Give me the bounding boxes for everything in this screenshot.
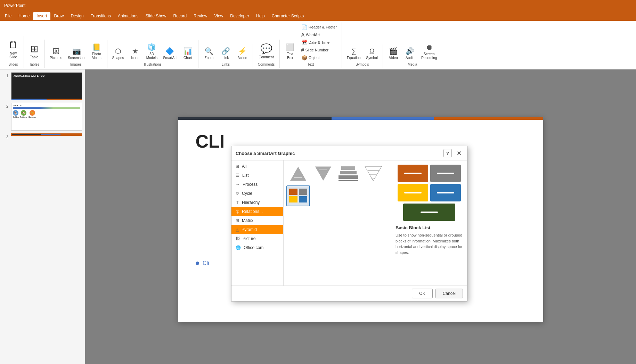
svg-rect-7 <box>340 171 357 174</box>
slide-preview-1[interactable]: ANIMALS HAS A LIFE TOO <box>11 72 82 100</box>
category-pyramid-icon: △ <box>236 227 239 232</box>
preview-line-4 <box>437 192 454 193</box>
category-list-icon: ☰ <box>236 173 239 178</box>
preview-block-green <box>403 204 455 221</box>
date-time-button[interactable]: 📅 Date & Time <box>299 39 339 46</box>
category-matrix[interactable]: ⊞ Matrix <box>231 216 283 225</box>
slide-click-text: Cli <box>203 260 209 266</box>
menu-transitions[interactable]: Transitions <box>87 12 114 20</box>
menu-record[interactable]: Record <box>170 12 190 20</box>
photo-album-button[interactable]: 📒 PhotoAlbum <box>89 42 104 61</box>
zoom-button[interactable]: 🔍 Zoom <box>201 46 217 61</box>
category-list-label: List <box>242 173 249 178</box>
menu-character-scripts[interactable]: Character Scripts <box>268 12 308 20</box>
dialog-ok-button[interactable]: OK <box>412 289 432 298</box>
screenshot-button[interactable]: 📷 Screenshot <box>66 46 88 61</box>
icons-button[interactable]: ★ Icons <box>128 46 143 61</box>
slide-top-bar <box>178 117 543 120</box>
menu-review[interactable]: Review <box>190 12 211 20</box>
pyramid-down-svg <box>313 165 333 182</box>
category-officecom[interactable]: 🌐 Office.com <box>231 243 283 252</box>
category-all[interactable]: ⊞ All <box>231 162 283 171</box>
new-slide-icon: 🗒 <box>8 39 18 51</box>
audio-button[interactable]: 🔊 Audio <box>402 46 418 61</box>
category-process-icon: → <box>236 182 240 187</box>
comment-button[interactable]: 💬 Comment <box>256 41 276 61</box>
slide-preview-3[interactable] <box>11 133 82 136</box>
category-picture[interactable]: 🖼 Picture <box>231 234 283 243</box>
category-relations[interactable]: ◎ Relations... <box>231 207 283 216</box>
ribbon-group-links: 🔍 Zoom 🔗 Link ⚡ Action Links <box>198 44 253 68</box>
slide-thumb-1[interactable]: 1 ANIMALS HAS A LIFE TOO <box>3 72 82 100</box>
category-hierarchy-icon: ⊤ <box>236 200 239 205</box>
equation-button[interactable]: ∑ Equation <box>345 46 362 61</box>
pictures-button[interactable]: 🖼 Pictures <box>48 46 64 61</box>
dialog-title-bar: Choose a SmartArt Graphic ? ✕ <box>231 146 467 160</box>
header-footer-icon: 📄 <box>301 24 307 30</box>
slide-number-button[interactable]: # Slide Number <box>299 47 339 53</box>
menu-slideshow[interactable]: Slide Show <box>142 12 170 20</box>
category-process[interactable]: → Process <box>231 180 283 189</box>
comment-icon: 💬 <box>260 43 272 55</box>
ribbon-group-illustrations: ⬡ Shapes ★ Icons 🧊 3DModels 🔷 SmartArt 📊… <box>107 40 199 68</box>
link-button[interactable]: 🔗 Link <box>218 46 233 61</box>
svg-rect-17 <box>299 196 307 202</box>
graphic-basic-block-list[interactable] <box>286 185 310 206</box>
graphic-pyramid-down[interactable] <box>311 163 335 184</box>
textbox-button[interactable]: ⬜ TextBox <box>283 42 298 61</box>
dialog-help-button[interactable]: ? <box>443 149 452 157</box>
svg-rect-9 <box>339 180 358 181</box>
menu-developer[interactable]: Developer <box>227 12 253 20</box>
category-matrix-icon: ⊞ <box>236 218 239 223</box>
graphic-inverted-stacked[interactable] <box>361 163 385 184</box>
menu-draw[interactable]: Draw <box>50 12 67 20</box>
menu-design[interactable]: Design <box>67 12 87 20</box>
ribbon-group-links-label: Links <box>222 63 230 66</box>
category-all-label: All <box>242 164 246 169</box>
category-pyramid[interactable]: △ Pyramid <box>231 225 283 234</box>
object-icon: 📦 <box>301 55 307 60</box>
smartart-button[interactable]: 🔷 SmartArt <box>161 46 179 61</box>
preview-block-blue <box>430 184 461 201</box>
category-officecom-label: Office.com <box>244 245 263 250</box>
dialog-close-button[interactable]: ✕ <box>455 149 463 157</box>
header-footer-button[interactable]: 📄 Header & Footer <box>299 24 339 31</box>
ribbon-group-comments: 💬 Comment Comments <box>253 40 279 68</box>
wordart-button[interactable]: A WordArt <box>299 31 339 38</box>
slide-main-title[interactable]: CLI <box>196 131 225 152</box>
3d-models-button[interactable]: 🧊 3DModels <box>144 42 160 61</box>
chart-button[interactable]: 📊 Chart <box>180 46 195 61</box>
slide-thumb-3[interactable]: 3 <box>3 133 82 139</box>
svg-rect-8 <box>339 175 358 179</box>
dialog-cancel-button[interactable]: Cancel <box>435 289 463 298</box>
screen-recording-button[interactable]: ⏺ ScreenRecording <box>419 42 439 61</box>
new-slide-button[interactable]: 🗒 NewSlide <box>6 37 21 61</box>
svg-rect-6 <box>341 166 355 170</box>
photo-album-icon: 📒 <box>92 43 101 51</box>
graphic-pyramid-up[interactable] <box>286 163 310 184</box>
category-list[interactable]: ☰ List <box>231 171 283 180</box>
menu-view[interactable]: View <box>211 12 227 20</box>
preview-line-1 <box>404 173 422 174</box>
category-relations-label: Relations... <box>242 209 263 214</box>
video-button[interactable]: 🎬 Video <box>386 46 401 61</box>
menu-home[interactable]: Home <box>15 12 33 20</box>
dialog-title-actions: ? ✕ <box>443 149 463 157</box>
category-hierarchy[interactable]: ⊤ Hierarchy <box>231 198 283 207</box>
menu-help[interactable]: Help <box>253 12 268 20</box>
slide-click-area[interactable]: Cli <box>196 260 209 266</box>
object-button[interactable]: 📦 Object <box>299 54 339 61</box>
menu-insert[interactable]: Insert <box>33 12 50 20</box>
slide-num-2: 2 <box>3 104 8 108</box>
shapes-button[interactable]: ⬡ Shapes <box>110 46 126 61</box>
action-button[interactable]: ⚡ Action <box>235 46 250 61</box>
graphic-stacked-pyramid[interactable] <box>336 163 360 184</box>
table-button[interactable]: ⊞ Table <box>27 41 41 61</box>
menu-file[interactable]: File <box>1 12 15 20</box>
ribbon-group-slides-label: Slides <box>8 63 18 66</box>
slide-preview-2[interactable]: BREEDS 🐕 Bulldog 🐶 Retriever 🦮 <box>11 103 82 131</box>
menu-animations[interactable]: Animations <box>114 12 142 20</box>
category-cycle[interactable]: ↺ Cycle <box>231 189 283 198</box>
slide-thumb-2[interactable]: 2 BREEDS 🐕 Bulldog 🐶 Retriever <box>3 103 82 131</box>
symbol-button[interactable]: Ω Symbol <box>364 46 380 61</box>
